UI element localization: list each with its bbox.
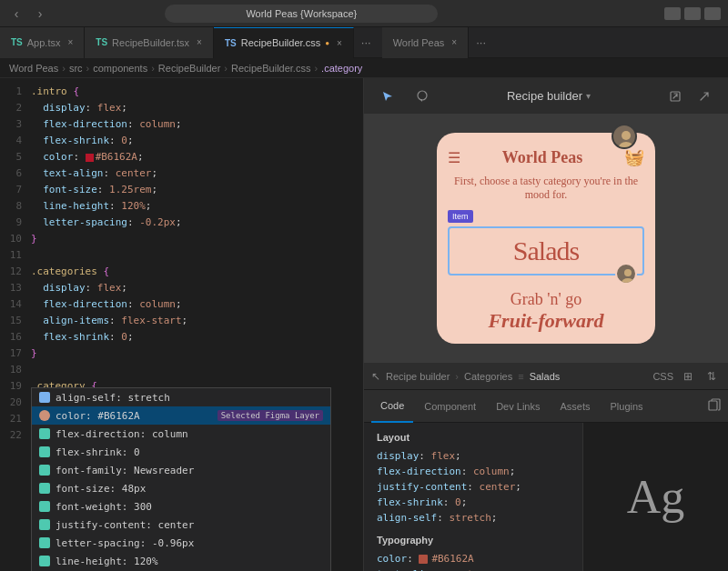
breadcrumb-part: components: [93, 63, 147, 74]
figma-link-icon[interactable]: [662, 84, 688, 109]
figma-icon-btn1[interactable]: ⊞: [679, 367, 697, 386]
right-panel: Recipe builder ▾: [364, 78, 728, 571]
ac-item-text: flex-direction: column: [56, 428, 323, 440]
tab-component[interactable]: Component: [415, 390, 485, 423]
ac-item[interactable]: line-height: 120%: [32, 552, 330, 570]
breadcrumb-part: RecipeBuilder.css: [231, 63, 310, 74]
ac-item-text: font-family: Newsreader: [56, 465, 323, 476]
figma-title: Recipe builder: [507, 89, 582, 103]
ac-item[interactable]: flex-direction: column: [32, 425, 330, 443]
ac-fn-icon: [39, 519, 50, 530]
typography-css: color: #B6162A text-align: center; /* Ha…: [377, 551, 570, 571]
ac-item-text: color: #B6162A: [56, 410, 212, 422]
main-layout: 12345 678910 1112131415 1617181920 2122 …: [0, 78, 728, 571]
ac-item-text: font-weight: 300: [56, 501, 323, 513]
tab-prefix: TS: [11, 37, 23, 47]
bottom-tabs: Code Component Dev Links Assets Plugins: [364, 390, 728, 423]
code-content[interactable]: .intro { display: flex; flex-direction: …: [31, 78, 363, 433]
tab-label: RecipeBuilder.css: [241, 37, 320, 48]
breadcrumb: Word Peas › src › components › RecipeBui…: [0, 58, 728, 78]
tab-label: RecipeBuilder.tsx: [112, 37, 189, 48]
ac-item[interactable]: justify-content: center: [32, 516, 330, 534]
ac-css-icon: [39, 392, 50, 403]
figma-external-link-icon[interactable]: [692, 84, 717, 109]
grab-n-go-text: Grab 'n' go: [448, 290, 644, 309]
autocomplete-dropdown[interactable]: align-self: stretch color: #B6162A Selec…: [31, 387, 331, 571]
tab-code-label: Code: [380, 400, 404, 411]
bottom-left-panel: Layout display: flex; flex-direction: co…: [364, 423, 582, 571]
svg-point-5: [622, 278, 634, 285]
figma-item-label: Item: [448, 210, 473, 223]
ac-item-selected[interactable]: color: #B6162A Selected Figma Layer: [32, 406, 330, 425]
figma-cursor-tool[interactable]: [375, 84, 400, 109]
fullscreen-icon[interactable]: [704, 7, 721, 20]
tab-close-icon[interactable]: ×: [451, 37, 457, 47]
figma-topbar: Recipe builder ▾: [364, 78, 728, 115]
tab-close-icon[interactable]: ×: [67, 37, 73, 47]
ac-item[interactable]: font-size: 48px: [32, 479, 330, 497]
address-bar[interactable]: World Peas {Workspace}: [165, 5, 438, 23]
figma-right-icons: CSS ⊞ ⇅: [652, 367, 721, 386]
ac-badge-figma: Selected Figma Layer: [217, 410, 323, 421]
svg-point-0: [418, 91, 427, 100]
tab-prefix: TS: [96, 37, 107, 47]
tab-component-label: Component: [424, 401, 476, 412]
tab-more-right[interactable]: ···: [469, 35, 493, 49]
address-text: World Peas {Workspace}: [246, 8, 357, 19]
hamburger-icon[interactable]: ☰: [448, 149, 460, 166]
tab-world-peas[interactable]: World Peas ×: [382, 27, 470, 58]
ac-item-text: line-height: 120%: [56, 556, 323, 567]
bottom-breadcrumb: ↖ Recipe builder › Categories ≡ Salads C…: [364, 363, 728, 390]
browser-icons: [664, 7, 721, 20]
tab-devlinks[interactable]: Dev Links: [487, 390, 549, 423]
maximize-icon[interactable]: [684, 7, 701, 20]
minimize-icon[interactable]: [664, 7, 681, 20]
tab-bar: TS App.tsx × TS RecipeBuilder.tsx × TS R…: [0, 27, 728, 58]
ac-fn-icon: [39, 501, 50, 512]
tab-close-icon[interactable]: ×: [337, 38, 342, 48]
typography-preview: Ag: [582, 423, 728, 571]
tab-app-tsx[interactable]: TS App.tsx ×: [0, 27, 85, 58]
svg-rect-6: [709, 401, 717, 410]
ac-item[interactable]: flex-shrink: 0: [32, 443, 330, 461]
line-numbers: 12345 678910 1112131415 1617181920 2122: [0, 78, 27, 449]
breadcrumb-recipe-builder: Recipe builder: [386, 371, 450, 382]
ac-item[interactable]: font-weight: 300: [32, 497, 330, 516]
copy-icon[interactable]: [708, 398, 721, 414]
ac-item-text: justify-content: center: [56, 519, 323, 531]
tab-recipebuilder-css[interactable]: TS RecipeBuilder.css ● ×: [214, 27, 354, 58]
tab-close-icon[interactable]: ×: [197, 37, 202, 47]
breadcrumb-active: .category: [321, 63, 362, 74]
tab-overflow-button[interactable]: ···: [354, 35, 379, 49]
figma-preview: ☰ World Peas 🧺 First, choose a tasty cat…: [364, 115, 728, 362]
tab-plugins[interactable]: Plugins: [601, 390, 652, 423]
breadcrumb-part: src: [69, 63, 83, 74]
ac-item[interactable]: align-self: stretch: [32, 388, 330, 406]
avatar-large: [612, 124, 637, 149]
color-swatch: [419, 555, 428, 564]
cart-icon[interactable]: 🧺: [624, 147, 644, 167]
recipe-app-title: World Peas: [502, 148, 583, 167]
figma-comment-tool[interactable]: [410, 84, 435, 109]
forward-button[interactable]: ›: [31, 5, 49, 23]
salads-box: Salads: [448, 226, 644, 275]
tab-plugins-label: Plugins: [610, 401, 642, 412]
ac-item-text: flex-shrink: 0: [56, 446, 323, 458]
recipe-card: ☰ World Peas 🧺 First, choose a tasty cat…: [437, 133, 655, 344]
back-button[interactable]: ‹: [7, 5, 25, 23]
fruit-forward-text: Fruit-forward: [448, 309, 644, 333]
bottom-content: Layout display: flex; flex-direction: co…: [364, 423, 728, 571]
tab-assets[interactable]: Assets: [551, 390, 599, 423]
ac-item[interactable]: letter-spacing: -0.96px: [32, 534, 330, 552]
figma-icon-btn2[interactable]: ⇅: [703, 367, 721, 386]
layout-css: display: flex; flex-direction: column; j…: [377, 448, 570, 526]
tab-code[interactable]: Code: [371, 390, 413, 423]
editor-pane: 12345 678910 1112131415 1617181920 2122 …: [0, 78, 364, 571]
tab-recipebuilder-tsx[interactable]: TS RecipeBuilder.tsx ×: [85, 27, 214, 58]
figma-dropdown-arrow[interactable]: ▾: [586, 91, 591, 101]
ac-item-text: font-size: 48px: [56, 483, 323, 495]
ac-item[interactable]: font-family: Newsreader: [32, 461, 330, 479]
typography-section-title: Typography: [377, 535, 570, 546]
ac-item-text: align-self: stretch: [56, 392, 323, 404]
tab-label: World Peas: [393, 37, 445, 48]
